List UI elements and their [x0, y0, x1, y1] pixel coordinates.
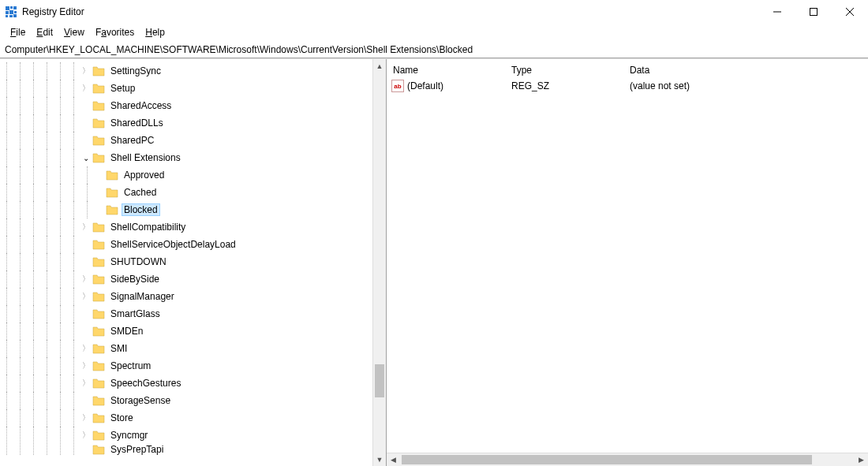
tree-item[interactable]: SHUTDOWN — [0, 253, 372, 270]
menu-favorites[interactable]: Favorites — [90, 25, 140, 39]
tree-scroll[interactable]: 〉SettingSync〉SetupSharedAccessSharedDLLs… — [0, 59, 372, 466]
scroll-thumb[interactable] — [375, 364, 384, 397]
tree-item[interactable]: Cached — [0, 184, 372, 201]
scroll-track[interactable] — [373, 73, 386, 453]
tree-item-label: Approved — [122, 169, 166, 181]
chevron-right-icon[interactable]: 〉 — [80, 222, 91, 233]
tree-guide — [67, 357, 80, 375]
tree-item[interactable]: 〉SMI — [0, 340, 372, 357]
tree-item[interactable]: ⌄Shell Extensions — [0, 149, 372, 166]
tree-guide — [27, 322, 40, 340]
tree-guide — [27, 236, 40, 253]
chevron-right-icon[interactable]: 〉 — [80, 413, 91, 423]
tree-guide — [13, 357, 27, 375]
folder-icon — [92, 222, 105, 233]
value-row[interactable]: ab(Default)REG_SZ(value not set) — [387, 78, 868, 94]
tree-item[interactable]: 〉Setup — [0, 80, 372, 97]
tree-item[interactable]: SMDEn — [0, 322, 372, 340]
tree-guide — [0, 288, 13, 305]
close-button[interactable] — [832, 0, 868, 24]
tree-item[interactable]: 〉SettingSync — [0, 62, 372, 80]
tree-item[interactable]: 〉SpeechGestures — [0, 375, 372, 392]
tree-guide — [27, 392, 40, 409]
tree-pane: 〉SettingSync〉SetupSharedAccessSharedDLLs… — [0, 59, 387, 466]
tree-guide — [67, 184, 80, 201]
tree-item-label: StorageSense — [108, 394, 173, 407]
chevron-right-icon[interactable]: 〉 — [80, 66, 91, 76]
column-data[interactable]: Data — [623, 65, 868, 76]
folder-icon — [92, 412, 105, 423]
tree-guide — [27, 270, 40, 288]
tree-item[interactable]: 〉ShellCompatibility — [0, 218, 372, 236]
tree-guide — [67, 253, 80, 270]
scroll-thumb[interactable] — [402, 455, 812, 464]
tree-guide — [27, 444, 40, 455]
scroll-down-icon[interactable]: ▼ — [373, 453, 386, 466]
tree-guide — [40, 218, 54, 236]
tree-guide — [67, 62, 80, 80]
chevron-right-icon[interactable]: 〉 — [80, 378, 91, 389]
chevron-right-icon[interactable]: 〉 — [80, 84, 91, 94]
scroll-track[interactable] — [400, 453, 855, 466]
tree-guide — [27, 427, 40, 444]
tree-item[interactable]: Blocked — [0, 201, 372, 218]
menu-file[interactable]: File — [5, 25, 31, 39]
tree-item[interactable]: Approved — [0, 166, 372, 184]
menu-help[interactable]: Help — [140, 25, 170, 39]
tree-guide — [67, 392, 80, 409]
tree-item[interactable]: SysPrepTapi — [0, 444, 372, 455]
tree-guide — [13, 218, 27, 236]
tree-item[interactable]: SmartGlass — [0, 305, 372, 322]
value-data: (value not set) — [623, 80, 868, 91]
tree-guide — [67, 427, 80, 444]
tree-guide — [27, 184, 40, 201]
tree-guide — [13, 166, 27, 184]
tree-item[interactable]: 〉SideBySide — [0, 270, 372, 288]
tree-guide — [0, 427, 13, 444]
tree-guide — [40, 149, 54, 166]
column-name[interactable]: Name — [387, 65, 505, 76]
chevron-right-icon[interactable]: 〉 — [80, 344, 91, 354]
tree-guide — [13, 392, 27, 409]
tree-item-label: SharedAccess — [108, 99, 174, 112]
values-column-headers: Name Type Data — [387, 59, 868, 78]
tree-item-label: SmartGlass — [108, 308, 163, 320]
maximize-button[interactable] — [795, 0, 832, 24]
tree-item[interactable]: StorageSense — [0, 392, 372, 409]
tree-guide — [40, 322, 54, 340]
values-list[interactable]: ab(Default)REG_SZ(value not set) — [387, 78, 868, 453]
tree-guide — [13, 375, 27, 392]
tree-item-label: Shell Extensions — [108, 151, 183, 164]
values-horizontal-scrollbar[interactable]: ◀ ▶ — [387, 453, 868, 466]
chevron-right-icon[interactable]: 〉 — [80, 431, 91, 441]
tree-item[interactable]: 〉Spectrum — [0, 357, 372, 375]
scroll-left-icon[interactable]: ◀ — [387, 456, 400, 464]
chevron-right-icon[interactable]: 〉 — [80, 274, 91, 285]
tree-item[interactable]: SharedAccess — [0, 97, 372, 114]
menu-edit[interactable]: Edit — [31, 25, 58, 39]
chevron-right-icon[interactable]: 〉 — [80, 361, 91, 371]
expander-none — [80, 445, 91, 455]
tree-item[interactable]: SharedDLLs — [0, 114, 372, 132]
tree-item[interactable]: 〉Syncmgr — [0, 427, 372, 444]
column-type[interactable]: Type — [505, 65, 623, 76]
chevron-down-icon[interactable]: ⌄ — [80, 153, 91, 163]
tree-guide — [40, 444, 54, 455]
tree-vertical-scrollbar[interactable]: ▲ ▼ — [372, 59, 386, 466]
folder-icon — [92, 83, 105, 94]
minimize-button[interactable] — [759, 0, 795, 24]
folder-icon — [92, 152, 105, 163]
addressbar[interactable]: Computer\HKEY_LOCAL_MACHINE\SOFTWARE\Mic… — [0, 41, 868, 58]
scroll-up-icon[interactable]: ▲ — [373, 59, 386, 73]
tree-item-label: Store — [108, 412, 136, 424]
tree-item[interactable]: 〉SignalManager — [0, 288, 372, 305]
tree-item[interactable]: 〉Store — [0, 409, 372, 427]
tree-item[interactable]: ShellServiceObjectDelayLoad — [0, 236, 372, 253]
scroll-right-icon[interactable]: ▶ — [855, 456, 868, 464]
chevron-right-icon[interactable]: 〉 — [80, 292, 91, 302]
tree-item[interactable]: SharedPC — [0, 132, 372, 149]
tree-guide — [0, 305, 13, 322]
expander-none — [80, 309, 91, 319]
menu-view[interactable]: View — [58, 25, 90, 39]
tree-guide — [27, 97, 40, 114]
